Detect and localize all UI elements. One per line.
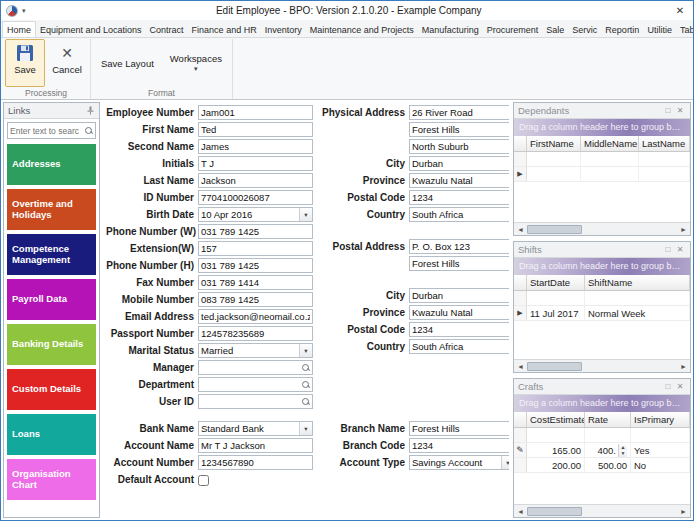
scroll-right-icon[interactable]: ► <box>677 363 690 370</box>
physical-address-line2-input[interactable] <box>410 123 509 136</box>
tab-inventory[interactable]: Inventory <box>261 22 306 37</box>
panel-close-icon[interactable]: ✕ <box>674 106 686 115</box>
scroll-left-icon[interactable]: ◄ <box>514 363 527 370</box>
tab-manufacturing[interactable]: Manufacturing <box>418 22 483 37</box>
workspaces-button[interactable]: Workspaces ▾ <box>163 39 229 87</box>
physical-country-input[interactable] <box>410 208 509 221</box>
account-number-input[interactable] <box>199 456 312 469</box>
horizontal-scrollbar[interactable]: ◄ ► <box>514 359 690 372</box>
grid-row[interactable]: ▶ 11 Jul 2017 Normal Week <box>514 306 690 321</box>
marital-status-dropdown-button[interactable]: ▾ <box>299 344 312 357</box>
panel-dock-icon[interactable]: □ <box>662 382 674 391</box>
group-by-drop-area[interactable]: Drag a column header here to group by th… <box>514 258 690 275</box>
panel-close-icon[interactable]: ✕ <box>674 382 686 391</box>
manager-input[interactable] <box>199 361 299 374</box>
link-item-payroll-data[interactable]: Payroll Data <box>7 279 96 320</box>
postal-country-input[interactable] <box>410 340 509 353</box>
department-lookup-button[interactable] <box>299 378 312 391</box>
link-item-addresses[interactable]: Addresses <box>7 144 96 185</box>
column-header-rate[interactable]: Rate <box>585 412 631 427</box>
tab-finance-and-hr[interactable]: Finance and HR <box>188 22 261 37</box>
column-header-lastname[interactable]: LastName <box>639 136 690 151</box>
tab-sale[interactable]: Sale <box>542 22 568 37</box>
physical-address-line3-input[interactable] <box>410 140 509 153</box>
email-input[interactable] <box>199 310 312 323</box>
grid-row[interactable] <box>514 291 690 306</box>
column-header-startdate[interactable]: StartDate <box>527 275 585 290</box>
cancel-button[interactable]: ✕ Cancel <box>47 39 87 87</box>
scroll-left-icon[interactable]: ◄ <box>514 508 527 515</box>
birth-date-dropdown-button[interactable]: ▾ <box>299 208 312 221</box>
scrollbar-thumb[interactable] <box>527 507 582 516</box>
tab-service[interactable]: Servic <box>568 22 601 37</box>
close-button[interactable]: ✕ <box>672 5 688 16</box>
birth-date-input[interactable] <box>199 208 299 221</box>
panel-dock-icon[interactable]: □ <box>662 106 674 115</box>
last-name-input[interactable] <box>199 174 312 187</box>
marital-status-input[interactable] <box>199 344 299 357</box>
fax-number-input[interactable] <box>199 276 312 289</box>
horizontal-scrollbar[interactable]: ◄ ► <box>514 222 690 235</box>
branch-code-input[interactable] <box>410 439 509 452</box>
manager-lookup-button[interactable] <box>299 361 312 374</box>
grid-row[interactable] <box>514 152 690 167</box>
employee-number-input[interactable] <box>199 106 312 119</box>
column-header-costestimate[interactable]: CostEstimate <box>527 412 585 427</box>
postal-address-line1-input[interactable] <box>410 240 509 253</box>
initials-input[interactable] <box>199 157 312 170</box>
link-item-overtime-and-holidays[interactable]: Overtime and Holidays <box>7 189 96 230</box>
link-item-competence-management[interactable]: Competence Management <box>7 234 96 275</box>
account-name-input[interactable] <box>199 439 312 452</box>
id-number-input[interactable] <box>199 191 312 204</box>
grid-row[interactable]: ✎ 165.00 400.▲▼ Yes <box>514 443 690 458</box>
user-id-lookup-button[interactable] <box>299 395 312 408</box>
branch-name-input[interactable] <box>410 422 509 435</box>
spin-down-icon[interactable]: ▼ <box>619 450 627 457</box>
tab-table[interactable]: Tab <box>676 22 693 37</box>
phone-w-input[interactable] <box>199 225 312 238</box>
column-header-isprimary[interactable]: IsPrimary <box>631 412 690 427</box>
user-id-input[interactable] <box>199 395 299 408</box>
postal-province-input[interactable] <box>410 306 509 319</box>
bank-name-dropdown-button[interactable]: ▾ <box>299 422 312 435</box>
account-type-input[interactable] <box>410 456 501 469</box>
physical-city-input[interactable] <box>410 157 509 170</box>
scroll-left-icon[interactable]: ◄ <box>514 226 527 233</box>
link-item-loans[interactable]: Loans <box>7 414 96 455</box>
account-type-dropdown-button[interactable]: ▾ <box>501 456 509 469</box>
link-item-custom-details[interactable]: Custom Details <box>7 369 96 410</box>
column-header-shiftname[interactable]: ShiftName <box>585 275 690 290</box>
horizontal-scrollbar[interactable]: ◄ ► <box>514 504 690 517</box>
postal-postal-code-input[interactable] <box>410 323 509 336</box>
panel-dock-icon[interactable]: □ <box>662 245 674 254</box>
tab-reporting[interactable]: Reportin <box>601 22 643 37</box>
scrollbar-thumb[interactable] <box>527 225 582 234</box>
column-header-middlename[interactable]: MiddleName <box>581 136 639 151</box>
passport-number-input[interactable] <box>199 327 312 340</box>
scroll-right-icon[interactable]: ► <box>677 226 690 233</box>
tab-equipment-and-locations[interactable]: Equipment and Locations <box>36 22 146 37</box>
column-header-firstname[interactable]: FirstName <box>527 136 581 151</box>
link-item-organisation-chart[interactable]: Organisation Chart <box>7 459 96 500</box>
cell-rate-editor[interactable]: 400.▲▼ <box>585 443 631 457</box>
first-name-input[interactable] <box>199 123 312 136</box>
group-by-drop-area[interactable]: Drag a column header here to group by th… <box>514 119 690 136</box>
links-search-input[interactable] <box>8 126 81 136</box>
group-by-drop-area[interactable]: Drag a column header here to group by th… <box>514 395 690 412</box>
tab-procurement[interactable]: Procurement <box>483 22 543 37</box>
mobile-number-input[interactable] <box>199 293 312 306</box>
tab-maintenance-and-projects[interactable]: Maintenance and Projects <box>306 22 418 37</box>
tab-home[interactable]: Home <box>2 21 36 38</box>
save-button[interactable]: Save <box>5 39 45 87</box>
grid-row[interactable]: 200.00 500.00 No <box>514 458 690 473</box>
physical-address-line1-input[interactable] <box>410 106 509 119</box>
grid-row[interactable]: ▶ <box>514 167 690 182</box>
postal-address-line2-input[interactable] <box>410 257 509 270</box>
physical-province-input[interactable] <box>410 174 509 187</box>
scroll-right-icon[interactable]: ► <box>677 508 690 515</box>
bank-name-input[interactable] <box>199 422 299 435</box>
extension-w-input[interactable] <box>199 242 312 255</box>
second-name-input[interactable] <box>199 140 312 153</box>
tab-contract[interactable]: Contract <box>146 22 188 37</box>
default-account-checkbox[interactable] <box>198 475 209 486</box>
